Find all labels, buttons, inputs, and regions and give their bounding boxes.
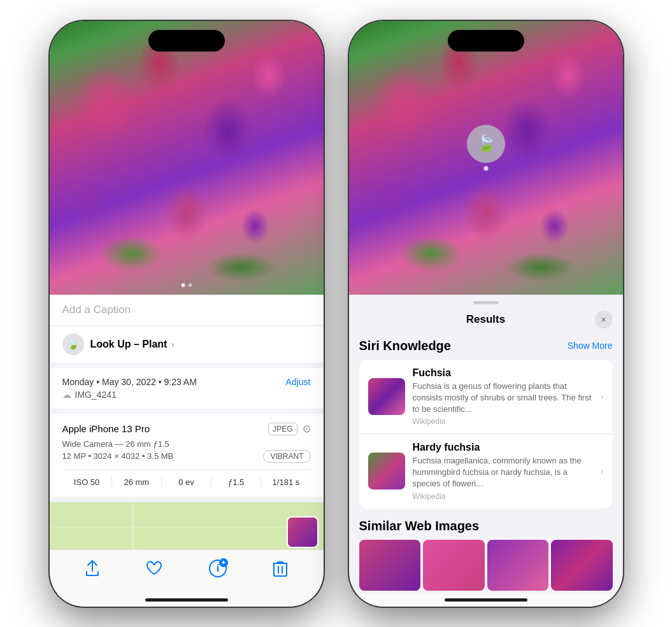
meta-section: Monday • May 30, 2022 • 9:23 AM Adjust ☁… — [50, 368, 324, 409]
similar-section: Similar Web Images — [359, 519, 613, 591]
map-area[interactable] — [50, 502, 324, 549]
similar-title: Similar Web Images — [359, 519, 613, 533]
home-bar-line-right — [445, 598, 527, 602]
siri-knowledge-title: Siri Knowledge — [359, 339, 451, 353]
photo-dot-1 — [181, 283, 185, 287]
meta-date: Monday • May 30, 2022 • 9:23 AM — [62, 377, 197, 387]
results-sheet: Results × Siri Knowledge Show More Fuchs… — [349, 295, 623, 607]
exif-shutter: 1/181 s — [261, 476, 310, 488]
hardy-fuchsia-thumbnail — [368, 453, 405, 490]
exif-aperture: ƒ1.5 — [211, 476, 261, 488]
sheet-header: Results × — [349, 304, 623, 334]
similar-image-4[interactable] — [551, 540, 613, 591]
screen-right: 🍃 Results × Siri Knowledge Show More — [349, 21, 623, 607]
fuchsia-desc: Fuchsia is a genus of flowering plants t… — [413, 381, 593, 416]
camera-row3: 12 MP • 3024 × 4032 • 3.5 MB VIBRANT — [62, 450, 311, 463]
fuchsia-text: Fuchsia Fuchsia is a genus of flowering … — [413, 367, 593, 426]
favorite-button[interactable] — [146, 561, 162, 576]
hardy-chevron: › — [601, 466, 604, 476]
sheet-title: Results — [377, 313, 595, 326]
camera-row1: Apple iPhone 13 Pro JPEG ⊙ — [62, 423, 311, 435]
camera-section: Apple iPhone 13 Pro JPEG ⊙ Wide Camera —… — [50, 414, 324, 497]
delete-button[interactable] — [273, 560, 287, 577]
map-thumbnail — [287, 516, 318, 548]
lookup-text: Look Up – Plant › — [90, 339, 175, 350]
share-button[interactable] — [85, 560, 99, 577]
similar-image-1[interactable] — [359, 540, 421, 591]
format-badge: JPEG — [268, 423, 297, 435]
exif-ev: 0 ev — [162, 476, 211, 488]
exif-iso: ISO 50 — [62, 476, 112, 488]
camera-badges: JPEG ⊙ — [268, 423, 310, 435]
meta-filename: IMG_4241 — [75, 390, 117, 400]
show-more-button[interactable]: Show More — [568, 341, 613, 351]
similar-image-2[interactable] — [423, 540, 485, 591]
sheet-content: Siri Knowledge Show More Fuchsia Fuchsia… — [349, 334, 623, 594]
dynamic-island-right — [448, 30, 524, 52]
camera-lens: Wide Camera — 26 mm ƒ1.5 — [62, 439, 311, 449]
toolbar: i ✦ — [50, 549, 324, 594]
caption-placeholder[interactable]: Add a Caption — [62, 304, 131, 316]
home-bar-right — [349, 594, 623, 607]
camera-model: Apple iPhone 13 Pro — [62, 423, 150, 434]
photo-area-right[interactable]: 🍃 — [349, 21, 623, 295]
fuchsia-thumbnail — [368, 378, 405, 415]
fuchsia-source: Wikipedia — [413, 417, 593, 426]
hardy-desc: Fuchsia magellanica, commonly known as t… — [413, 455, 593, 490]
hardy-source: Wikipedia — [413, 492, 593, 501]
map-roads — [50, 502, 324, 549]
vibrant-badge: VIBRANT — [263, 450, 310, 463]
camera-resolution: 12 MP • 3024 × 4032 • 3.5 MB — [62, 451, 174, 461]
exif-row: ISO 50 26 mm 0 ev ƒ1.5 1/181 s — [62, 469, 311, 488]
phone-left: Add a Caption 🍃 Look Up – Plant › Monday… — [50, 21, 324, 607]
similar-image-3[interactable] — [487, 540, 549, 591]
flower-image — [50, 21, 324, 295]
info-panel: Add a Caption 🍃 Look Up – Plant › Monday… — [50, 295, 324, 549]
knowledge-item-hardy[interactable]: Hardy fuchsia Fuchsia magellanica, commo… — [359, 434, 613, 509]
phone-right: 🍃 Results × Siri Knowledge Show More — [349, 21, 623, 607]
visual-lookup-dot — [483, 166, 488, 171]
cloud-icon: ☁ — [62, 390, 71, 400]
home-bar — [50, 594, 324, 607]
lookup-row[interactable]: 🍃 Look Up – Plant › — [50, 325, 324, 363]
exif-focal: 26 mm — [112, 476, 162, 488]
hardy-text: Hardy fuchsia Fuchsia magellanica, commo… — [413, 442, 593, 501]
info-badge: ✦ — [219, 558, 228, 567]
hardy-name: Hardy fuchsia — [413, 442, 593, 453]
siri-section-header: Siri Knowledge Show More — [359, 339, 613, 353]
lookup-icon: 🍃 — [62, 334, 84, 355]
screen-left: Add a Caption 🍃 Look Up – Plant › Monday… — [50, 21, 324, 607]
visual-lookup-circle[interactable]: 🍃 — [467, 125, 505, 163]
info-button[interactable]: i ✦ — [209, 560, 227, 577]
knowledge-item-fuchsia[interactable]: Fuchsia Fuchsia is a genus of flowering … — [359, 360, 613, 435]
gear-icon[interactable]: ⊙ — [303, 423, 311, 435]
close-button[interactable]: × — [595, 311, 613, 328]
photo-indicator — [181, 283, 192, 287]
caption-area[interactable]: Add a Caption — [50, 295, 324, 325]
info-circle: i ✦ — [209, 560, 227, 577]
photo-dot-2 — [188, 283, 192, 287]
svg-rect-0 — [274, 563, 287, 576]
dynamic-island — [148, 30, 225, 52]
similar-images — [359, 540, 613, 591]
knowledge-card: Fuchsia Fuchsia is a genus of flowering … — [359, 360, 613, 509]
adjust-button[interactable]: Adjust — [286, 377, 311, 387]
meta-date-row: Monday • May 30, 2022 • 9:23 AM Adjust — [62, 377, 311, 387]
meta-filename-row: ☁ IMG_4241 — [62, 390, 311, 400]
fuchsia-name: Fuchsia — [413, 367, 593, 379]
photo-area[interactable] — [50, 21, 324, 295]
home-bar-line — [145, 598, 228, 602]
fuchsia-chevron: › — [601, 391, 604, 402]
